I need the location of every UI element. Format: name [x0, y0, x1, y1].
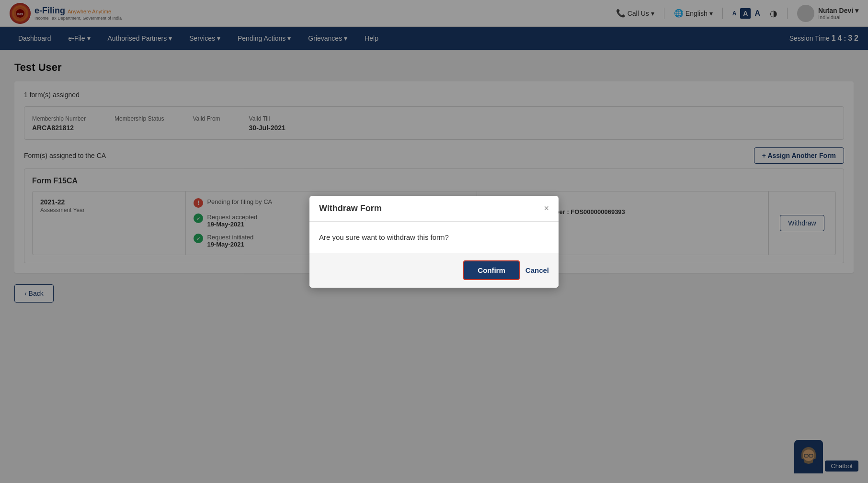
cancel-button[interactable]: Cancel	[525, 266, 549, 274]
modal-header: Withdraw Form ×	[309, 196, 559, 222]
modal-footer: Confirm Cancel	[309, 253, 559, 288]
modal-close-button[interactable]: ×	[544, 203, 549, 213]
confirm-button[interactable]: Confirm	[463, 260, 520, 280]
modal-title: Withdraw Form	[319, 203, 382, 213]
modal-body: Are you sure want to withdraw this form?	[309, 222, 559, 253]
modal-message: Are you sure want to withdraw this form?	[319, 233, 549, 241]
modal-overlay[interactable]: Withdraw Form × Are you sure want to wit…	[0, 0, 868, 314]
withdraw-form-modal: Withdraw Form × Are you sure want to wit…	[309, 196, 559, 288]
